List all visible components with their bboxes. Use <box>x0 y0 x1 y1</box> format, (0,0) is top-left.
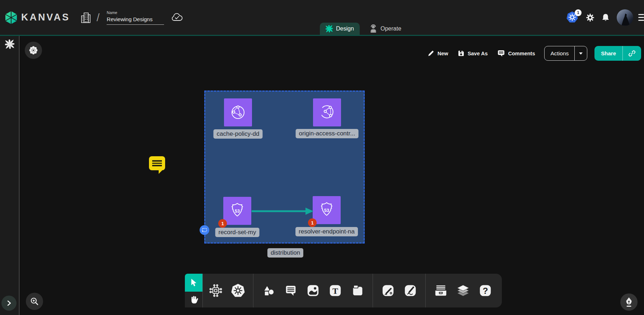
cloudfront-globe-icon <box>228 103 248 122</box>
bottom-toolbar: T <box>185 274 502 307</box>
edge-record-to-resolver[interactable] <box>251 206 314 216</box>
node-resolver-endpoint[interactable]: 53 <box>313 196 341 224</box>
tool-help[interactable]: ? <box>478 283 493 298</box>
text-tool-icon: T <box>328 284 342 297</box>
brand-wordmark: KANVAS <box>21 12 70 23</box>
tool-drawer[interactable] <box>434 283 448 298</box>
share-button[interactable]: Share <box>594 46 641 61</box>
kubernetes-helm-icon <box>231 283 245 298</box>
node-label-cache-policy[interactable]: cache-policy-dd <box>213 129 262 139</box>
brand[interactable]: KANVAS <box>5 11 70 24</box>
cloud-sync-check-icon <box>171 13 183 22</box>
selected-group-distribution[interactable]: 53 53 1 1 cache-policy-dd origin-access-… <box>204 91 365 244</box>
tool-comment[interactable] <box>284 283 298 298</box>
hand-pan-icon <box>189 295 199 304</box>
pen-tool-icon <box>381 284 395 297</box>
group-selection-handle[interactable] <box>200 225 209 235</box>
menu-hamburger-icon[interactable] <box>638 13 642 22</box>
dashed-rect-icon <box>202 228 207 232</box>
tab-design[interactable]: Design <box>320 23 360 35</box>
node-cache-policy[interactable] <box>224 98 252 126</box>
save-as-button[interactable]: Save As <box>458 50 488 57</box>
save-as-button-label: Save As <box>468 51 488 56</box>
pencil-new-icon <box>428 50 434 57</box>
tab-design-label: Design <box>336 26 354 32</box>
caret-down-icon <box>579 52 583 55</box>
note-tool-icon <box>351 284 364 297</box>
tool-select[interactable] <box>185 274 202 292</box>
settings-gear-icon[interactable] <box>586 13 594 22</box>
zoom-in-button[interactable] <box>26 293 43 310</box>
canvas-toolbar: New Save As Comments Actions <box>428 46 641 61</box>
node-label-record-set[interactable]: record-set-my <box>215 228 260 237</box>
kubernetes-context-button[interactable]: 1 <box>566 11 579 24</box>
shapes-icon <box>262 284 275 297</box>
node-label-resolver-endpoint[interactable]: resolver-endpoint-na <box>295 227 358 236</box>
copy-link-button[interactable] <box>622 46 641 61</box>
toolbar-divider <box>253 274 253 307</box>
canvas-comment-marker[interactable] <box>149 156 165 170</box>
route53-shield-icon: 53 <box>317 200 337 220</box>
tab-operate-label: Operate <box>381 26 401 32</box>
kubernetes-count-badge: 1 <box>575 9 582 16</box>
tool-note[interactable] <box>350 283 365 298</box>
left-sidebar <box>0 36 19 315</box>
sidebar-expand-button[interactable] <box>1 296 17 311</box>
notifications-bell-icon[interactable] <box>602 13 610 22</box>
save-floppy-icon <box>458 50 465 57</box>
actions-button[interactable]: Actions <box>544 46 587 61</box>
comments-button[interactable]: Comments <box>497 50 535 57</box>
tool-component[interactable] <box>209 283 223 298</box>
help-question-icon: ? <box>479 284 492 297</box>
design-name-field: Name <box>107 10 164 25</box>
tool-pen[interactable] <box>381 283 395 298</box>
svg-text:?: ? <box>482 286 488 296</box>
tool-pencil[interactable] <box>403 283 417 298</box>
toolbar-divider <box>425 274 426 307</box>
svg-text:53: 53 <box>235 209 240 214</box>
tool-kubernetes[interactable] <box>231 283 245 298</box>
comments-button-label: Comments <box>508 51 535 56</box>
select-cursor-icon <box>189 278 199 287</box>
node-origin-access-control[interactable] <box>313 98 341 126</box>
zoom-in-icon <box>30 297 39 306</box>
meshery-spiral-icon[interactable] <box>5 40 14 49</box>
design-spiral-icon <box>326 25 333 32</box>
record-set-issue-badge[interactable]: 1 <box>218 219 227 228</box>
canvas-widgets-button[interactable] <box>25 42 42 59</box>
drawer-archive-icon <box>434 283 448 298</box>
pen-nib-button[interactable] <box>620 293 638 311</box>
cloudfront-globe-icon <box>317 103 337 122</box>
comments-icon <box>497 50 505 57</box>
name-field-label: Name <box>107 10 164 15</box>
node-record-set[interactable]: 53 <box>223 197 251 225</box>
tab-operate[interactable]: Operate <box>364 23 407 35</box>
resolver-endpoint-issue-badge[interactable]: 1 <box>308 218 317 227</box>
chevron-right-icon <box>5 299 13 307</box>
link-icon <box>628 50 636 57</box>
tool-shapes[interactable] <box>261 283 276 298</box>
tool-pan[interactable] <box>185 292 202 307</box>
layers-icon <box>456 283 470 298</box>
design-name-input[interactable] <box>107 15 164 25</box>
svg-text:T: T <box>332 286 338 296</box>
route53-shield-icon: 53 <box>227 201 247 221</box>
actions-button-label[interactable]: Actions <box>545 46 574 60</box>
toolbar-divider <box>373 274 373 307</box>
comment-tool-icon <box>284 284 298 297</box>
flower-gear-icon <box>29 46 38 55</box>
tool-image[interactable] <box>306 283 320 298</box>
kanvas-logo-icon <box>5 11 18 24</box>
tool-text[interactable]: T <box>328 283 342 298</box>
node-label-origin-access[interactable]: origin-access-contr... <box>296 129 359 138</box>
share-button-label[interactable]: Share <box>594 46 622 61</box>
svg-text:53: 53 <box>324 208 329 213</box>
new-button[interactable]: New <box>428 50 448 57</box>
image-tool-icon <box>306 284 320 297</box>
group-label-distribution[interactable]: distribution <box>267 248 303 258</box>
pen-nib-icon <box>625 297 633 307</box>
actions-dropdown-toggle[interactable] <box>574 46 587 60</box>
user-avatar[interactable] <box>617 9 633 26</box>
tool-layers[interactable] <box>456 283 470 298</box>
organization-building-icon[interactable] <box>81 11 91 24</box>
